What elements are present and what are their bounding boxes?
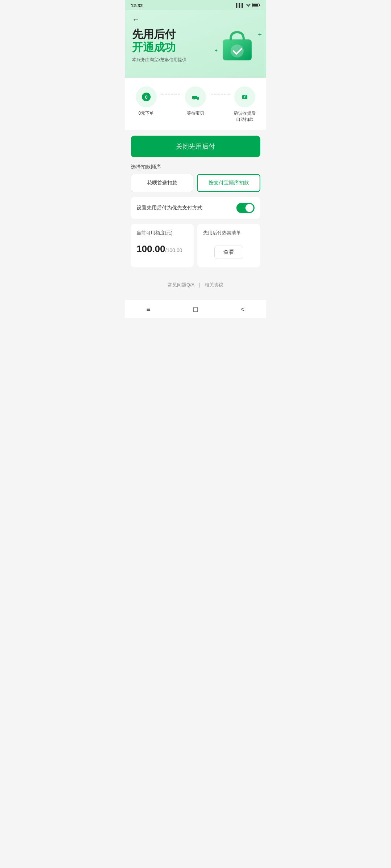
step-order-icon: 0 xyxy=(136,86,157,107)
step-wait: 等待宝贝 xyxy=(180,86,211,116)
wifi-icon xyxy=(246,3,251,8)
toggle-knob xyxy=(245,204,253,212)
step-order-label: 0元下单 xyxy=(138,110,154,116)
svg-text:0: 0 xyxy=(145,94,147,100)
payment-option-alipay[interactable]: 按支付宝顺序扣款 xyxy=(197,174,260,192)
hero-title-main: 先用后付 xyxy=(132,28,186,41)
step-confirm-icon: ¥ xyxy=(234,86,255,107)
battery-icon xyxy=(252,3,260,8)
svg-point-12 xyxy=(198,99,198,100)
status-icons: ▌▌▌ xyxy=(236,3,260,8)
main-content: 关闭先用后付 选择扣款顺序 花呗首选扣款 按支付宝顺序扣款 设置先用后付为优先支… xyxy=(125,130,266,300)
payment-options: 花呗首选扣款 按支付宝顺序扣款 xyxy=(131,174,260,192)
hero-title-sub: 开通成功 xyxy=(132,41,186,54)
hot-list-view-button[interactable]: 查看 xyxy=(214,246,243,259)
svg-point-4 xyxy=(231,44,244,58)
svg-rect-8 xyxy=(192,96,197,99)
credit-limit-card: 当前可用额度(元) 100.00/100.00 xyxy=(131,224,194,267)
bag-svg xyxy=(219,28,255,64)
svg-rect-1 xyxy=(253,4,258,7)
info-cards: 当前可用额度(元) 100.00/100.00 先用后付热卖清单 查看 xyxy=(131,224,260,267)
hot-list-card: 先用后付热卖清单 查看 xyxy=(197,224,260,267)
hot-list-title: 先用后付热卖清单 xyxy=(203,230,255,236)
faq-link[interactable]: 常见问题Q/A xyxy=(168,282,194,288)
agreement-link[interactable]: 相关协议 xyxy=(205,282,223,288)
svg-text:¥: ¥ xyxy=(244,95,246,99)
bag-illustration: + + xyxy=(219,28,259,68)
credit-limit-amount: 100.00/100.00 xyxy=(136,243,188,255)
step-confirm-label: 确认收货后 自动扣款 xyxy=(234,110,256,123)
priority-toggle-label: 设置先用后付为优先支付方式 xyxy=(136,205,202,211)
step-order: 0 0元下单 xyxy=(131,86,161,116)
steps-section: 0 0元下单 等待宝贝 xyxy=(125,78,266,130)
step-wait-label: 等待宝贝 xyxy=(187,110,204,116)
nav-home-button[interactable]: □ xyxy=(188,304,203,315)
svg-rect-2 xyxy=(259,4,260,6)
nav-back-button[interactable]: < xyxy=(235,304,251,315)
footer-separator: ｜ xyxy=(197,282,202,288)
step-confirm: ¥ 确认收货后 自动扣款 xyxy=(230,86,260,123)
plus-deco-mid: + xyxy=(215,48,218,53)
nav-bar: ≡ □ < xyxy=(125,300,266,318)
status-time: 12:32 xyxy=(131,3,143,8)
step-divider-2 xyxy=(211,86,230,94)
payment-option-huabei[interactable]: 花呗首选扣款 xyxy=(131,174,193,192)
priority-toggle-row: 设置先用后付为优先支付方式 xyxy=(131,197,260,219)
payment-order-title: 选择扣款顺序 xyxy=(131,164,260,170)
back-button[interactable]: ← xyxy=(132,15,139,24)
priority-toggle[interactable] xyxy=(236,203,255,213)
hero-section: ← 先用后付 开通成功 本服务由淘宝x芝麻信用提供 + + xyxy=(125,10,266,78)
footer-links: 常见问题Q/A ｜ 相关协议 xyxy=(131,267,260,294)
status-bar: 12:32 ▌▌▌ xyxy=(125,0,266,10)
step-divider-1 xyxy=(161,86,180,94)
step-wait-icon xyxy=(185,86,206,107)
nav-menu-button[interactable]: ≡ xyxy=(140,304,156,315)
close-button[interactable]: 关闭先用后付 xyxy=(131,136,260,157)
svg-point-10 xyxy=(193,99,194,100)
credit-limit-title: 当前可用额度(元) xyxy=(136,230,188,236)
signal-icon: ▌▌▌ xyxy=(236,3,244,8)
plus-deco-top: + xyxy=(258,31,262,38)
hero-subtitle: 本服务由淘宝x芝麻信用提供 xyxy=(132,57,186,63)
